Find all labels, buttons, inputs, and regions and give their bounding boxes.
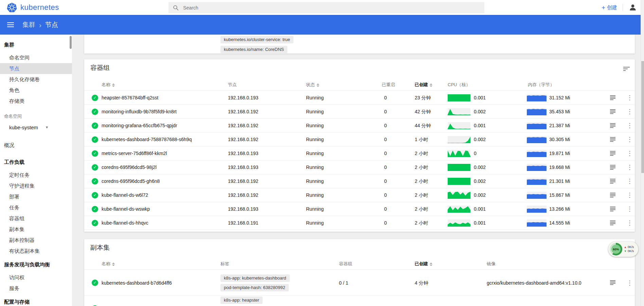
sidebar-item[interactable]: 有状态副本集 [0, 246, 72, 256]
sidebar-section-config: 配置与存储 [0, 297, 72, 306]
pod-name-link[interactable]: kubernetes-dashboard-7588787688-s6h9q [102, 133, 192, 147]
row-menu-icon[interactable]: ⋮ [627, 119, 633, 133]
row-menu-icon[interactable]: ⋮ [627, 133, 633, 147]
sidebar-scrollbar[interactable] [70, 36, 72, 49]
logs-icon[interactable] [610, 193, 615, 198]
filter-icon[interactable] [623, 67, 630, 72]
scrollbar-thumb[interactable] [641, 61, 644, 173]
row-menu-icon[interactable]: ⋮ [627, 174, 633, 188]
sidebar-item[interactable]: 存储类 [0, 96, 72, 107]
column-header-created[interactable]: 已创建 [415, 258, 432, 270]
table-row[interactable]: ✓monitoring-grafana-65ccfb675-qpjdr192.1… [84, 119, 635, 133]
table-row[interactable]: ✓coredns-695f96dcd5-gh6n8192.168.0.192Ru… [84, 174, 635, 188]
sort-icon[interactable] [317, 83, 319, 87]
pod-name-link[interactable]: coredns-695f96dcd5-gh6n8 [102, 174, 160, 188]
topbar-actions: + 创建 [602, 0, 637, 15]
namespace-select[interactable]: kube-system ▾ [9, 122, 48, 132]
cpu-value: 0.002 [474, 188, 486, 202]
column-header-node[interactable]: 节点 [228, 79, 237, 91]
row-menu-icon[interactable]: ⋮ [627, 202, 633, 216]
sidebar-item[interactable]: 持久化存储卷 [0, 74, 72, 85]
pod-name-link[interactable]: monitoring-influxdb-9b78f5fd9-kn8rt [102, 105, 177, 119]
sidebar-item[interactable]: 命名空间 [0, 52, 72, 63]
cpu-value: 0.002 [474, 133, 486, 147]
table-row[interactable]: ✓kubernetes-dashboard-b7d6d4ff6k8s-app: … [84, 270, 635, 296]
pod-node: 192.168.0.193 [228, 160, 258, 174]
sidebar-item[interactable]: 副本集 [0, 224, 72, 235]
table-row[interactable]: ✓monitoring-influxdb-9b78f5fd9-kn8rt192.… [84, 105, 635, 119]
column-header-status[interactable]: 状态 [306, 79, 319, 91]
sort-icon[interactable] [112, 83, 115, 87]
labels-chip-column: kubernetes.io/cluster-service: truekuber… [220, 36, 293, 53]
table-row[interactable]: ✓kube-flannel-ds-hhqvc192.168.0.191Runni… [84, 216, 635, 230]
column-header-created[interactable]: 已创建 [415, 79, 432, 91]
create-button[interactable]: + 创建 [602, 4, 617, 11]
kubernetes-brand[interactable]: kubernetes [7, 0, 59, 15]
row-menu-icon[interactable]: ⋮ [627, 160, 633, 174]
row-menu-icon[interactable]: ⋮ [627, 296, 633, 306]
sort-icon[interactable] [430, 263, 432, 266]
column-header-name[interactable]: 名称 [102, 258, 115, 270]
cpu-sparkline [448, 206, 470, 213]
sidebar-item[interactable]: 角色 [0, 85, 72, 96]
sidebar-item[interactable]: 访问权 [0, 272, 72, 283]
sidebar-item[interactable]: 任务 [0, 202, 72, 213]
pod-name-link[interactable]: coredns-695f96dcd5-98j2l [102, 160, 157, 174]
table-row[interactable]: ✓heapster-8576784bffk8s-app: heapsterpod… [84, 296, 635, 306]
sidebar-item[interactable]: 副本控制器 [0, 235, 72, 246]
table-row[interactable]: ✓coredns-695f96dcd5-98j2l192.168.0.193Ru… [84, 160, 635, 174]
pod-name-link[interactable]: metrics-server-75d6ff86f-kkm2l [102, 147, 167, 160]
column-header-restarts[interactable]: 已重启 [382, 79, 395, 91]
pod-name-link[interactable]: kube-flannel-ds-hhqvc [102, 216, 148, 230]
sidebar-item[interactable]: 定时任务 [0, 170, 72, 180]
replicaset-name-link[interactable]: kubernetes-dashboard-b7d6d4ff6 [102, 270, 172, 296]
sort-icon[interactable] [430, 83, 432, 87]
sidebar-item[interactable]: 部署 [0, 191, 72, 202]
pod-name-link[interactable]: monitoring-grafana-65ccfb675-qpjdr [102, 119, 177, 133]
row-menu-icon[interactable]: ⋮ [627, 270, 633, 296]
system-monitor-widget[interactable]: 60% ▲0K/s ▼0K/s [608, 242, 638, 257]
logs-icon[interactable] [610, 179, 615, 184]
row-menu-icon[interactable]: ⋮ [627, 91, 633, 105]
logs-icon[interactable] [610, 137, 615, 142]
row-menu-icon[interactable]: ⋮ [627, 105, 633, 119]
logs-icon[interactable] [610, 207, 615, 212]
table-row[interactable]: ✓kube-flannel-ds-w6l72192.168.0.192Runni… [84, 188, 635, 202]
menu-icon[interactable] [7, 22, 14, 27]
account-icon[interactable] [628, 3, 637, 12]
table-row[interactable]: ✓kubernetes-dashboard-7588787688-s6h9q19… [84, 133, 635, 147]
table-row[interactable]: ✓heapster-8576784bff-q2sst192.168.0.193R… [84, 91, 635, 105]
sort-icon[interactable] [112, 263, 115, 266]
row-menu-icon[interactable]: ⋮ [627, 188, 633, 202]
logs-icon[interactable] [610, 221, 615, 226]
search-bar[interactable] [168, 2, 484, 13]
logs-icon[interactable] [610, 109, 615, 114]
sidebar-item[interactable]: 容器组 [0, 213, 72, 224]
pod-name-link[interactable]: heapster-8576784bff-q2sst [102, 91, 158, 105]
row-menu-icon[interactable]: ⋮ [627, 147, 633, 160]
breadcrumb-cluster-link[interactable]: 集群 [22, 20, 35, 29]
pod-restarts: 0 [384, 105, 387, 119]
table-row[interactable]: ✓metrics-server-75d6ff86f-kkm2l192.168.0… [84, 147, 635, 160]
logs-icon[interactable] [610, 95, 615, 100]
sidebar-item[interactable]: 节点 [0, 63, 72, 74]
logs-icon[interactable] [610, 165, 615, 170]
pod-restarts: 0 [384, 174, 387, 188]
table-row[interactable]: ✓kube-flannel-ds-wswkp192.168.0.193Runni… [84, 202, 635, 216]
logs-icon[interactable] [610, 123, 615, 128]
pod-name-link[interactable]: kube-flannel-ds-wswkp [102, 202, 150, 216]
search-input[interactable] [183, 5, 480, 11]
create-label: 创建 [607, 4, 617, 11]
logs-icon[interactable] [610, 280, 615, 285]
page-scrollbar[interactable] [641, 0, 644, 306]
sidebar-item[interactable]: 守护进程集 [0, 180, 72, 191]
logs-icon[interactable] [610, 151, 615, 156]
pod-name-link[interactable]: kube-flannel-ds-w6l72 [102, 188, 148, 202]
column-header-name[interactable]: 名称 [102, 79, 115, 91]
replicaset-name-link[interactable]: heapster-8576784bff [102, 296, 145, 306]
column-label: 内存（字节） [528, 82, 554, 87]
sidebar-item[interactable]: 服务 [0, 283, 72, 294]
pod-status: Running [306, 216, 324, 230]
row-menu-icon[interactable]: ⋮ [627, 216, 633, 230]
sidebar-item-overview[interactable]: 概况 [0, 140, 72, 151]
